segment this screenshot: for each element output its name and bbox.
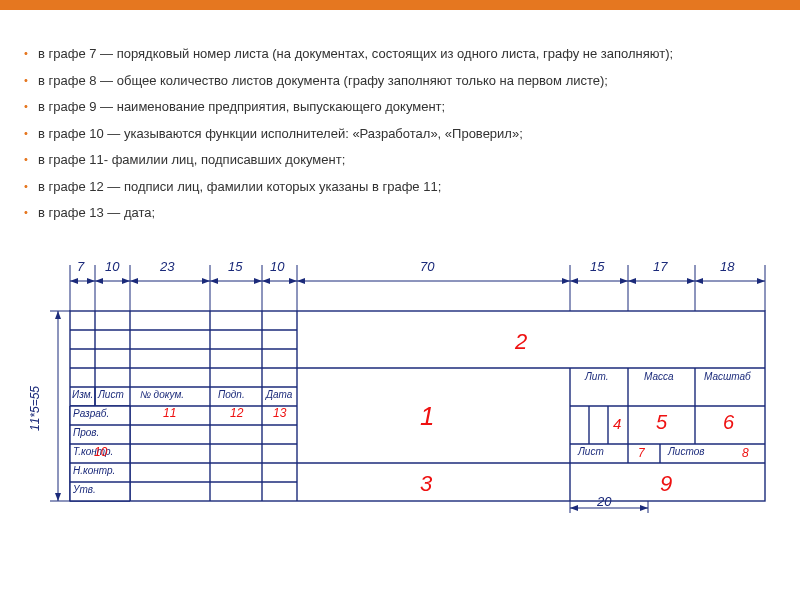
svg-marker-15 <box>130 278 138 284</box>
svg-marker-24 <box>620 278 628 284</box>
dim-label: 15 <box>590 259 604 274</box>
zone-number: 11 <box>163 406 176 420</box>
svg-marker-20 <box>289 278 297 284</box>
bullet-item: в графе 7 — порядковый номер листа (на д… <box>24 44 776 64</box>
zone-number: 12 <box>230 406 243 420</box>
bullet-item: в графе 13 — дата; <box>24 203 776 223</box>
col-label: № докум. <box>140 389 184 400</box>
bullet-item: в графе 12 — подписи лиц, фамилии которы… <box>24 177 776 197</box>
bullet-list: в графе 7 — порядковый номер листа (на д… <box>0 23 800 238</box>
svg-marker-28 <box>757 278 765 284</box>
svg-marker-12 <box>87 278 95 284</box>
svg-marker-16 <box>202 278 210 284</box>
svg-marker-19 <box>262 278 270 284</box>
zone-number: 3 <box>420 471 432 497</box>
zone-number: 5 <box>656 411 667 434</box>
svg-marker-23 <box>570 278 578 284</box>
svg-marker-77 <box>640 505 648 511</box>
row-label: Утв. <box>73 484 96 495</box>
zone-number: 7 <box>638 446 645 460</box>
col-label: Изм. <box>72 389 93 400</box>
dim-label: 15 <box>228 259 242 274</box>
svg-marker-76 <box>570 505 578 511</box>
dim-label: 18 <box>720 259 734 274</box>
dim-label: 10 <box>270 259 284 274</box>
row-label: Пров. <box>73 427 99 438</box>
side-dim: 11*5=55 <box>28 385 42 430</box>
dim-label: 7 <box>77 259 84 274</box>
svg-marker-32 <box>55 311 61 319</box>
cell-label: Лист <box>578 446 604 457</box>
zone-number: 8 <box>742 446 749 460</box>
row-label: Н.контр. <box>73 465 115 476</box>
bullet-item: в графе 11- фамилии лиц, подписавших док… <box>24 150 776 170</box>
svg-marker-14 <box>122 278 130 284</box>
dim-label: 10 <box>105 259 119 274</box>
orange-top-bar <box>0 0 800 10</box>
zone-number: 9 <box>660 471 672 497</box>
svg-marker-26 <box>687 278 695 284</box>
cell-label: Масса <box>644 371 674 382</box>
row-label: Разраб. <box>73 408 109 419</box>
svg-marker-13 <box>95 278 103 284</box>
svg-marker-25 <box>628 278 636 284</box>
svg-marker-33 <box>55 493 61 501</box>
cell-label: Листов <box>668 446 704 457</box>
col-label: Лист <box>98 389 124 400</box>
dim-label: 70 <box>420 259 434 274</box>
zone-number: 1 <box>420 401 434 432</box>
bullet-item: в графе 10 — указываются функции исполни… <box>24 124 776 144</box>
svg-marker-18 <box>254 278 262 284</box>
cell-label: Масштаб <box>704 371 751 382</box>
svg-marker-11 <box>70 278 78 284</box>
zone-number: 13 <box>273 406 286 420</box>
svg-marker-21 <box>297 278 305 284</box>
bullet-item: в графе 8 — общее количество листов доку… <box>24 71 776 91</box>
dim-label: 23 <box>160 259 174 274</box>
bullet-item: в графе 9 — наименование предприятия, вы… <box>24 97 776 117</box>
col-label: Дата <box>266 389 292 400</box>
svg-marker-17 <box>210 278 218 284</box>
dim-label: 20 <box>597 494 611 509</box>
dim-label: 17 <box>653 259 667 274</box>
zone-number: 10 <box>94 445 107 459</box>
zone-number: 2 <box>515 329 527 355</box>
zone-number: 6 <box>723 411 734 434</box>
svg-marker-22 <box>562 278 570 284</box>
svg-marker-27 <box>695 278 703 284</box>
title-block-diagram: 7 10 23 15 10 70 15 17 18 11*5=55 Изм. Л… <box>20 251 780 521</box>
cell-label: Лит. <box>585 371 608 382</box>
zone-number: 4 <box>613 415 621 432</box>
col-label: Подп. <box>218 389 245 400</box>
